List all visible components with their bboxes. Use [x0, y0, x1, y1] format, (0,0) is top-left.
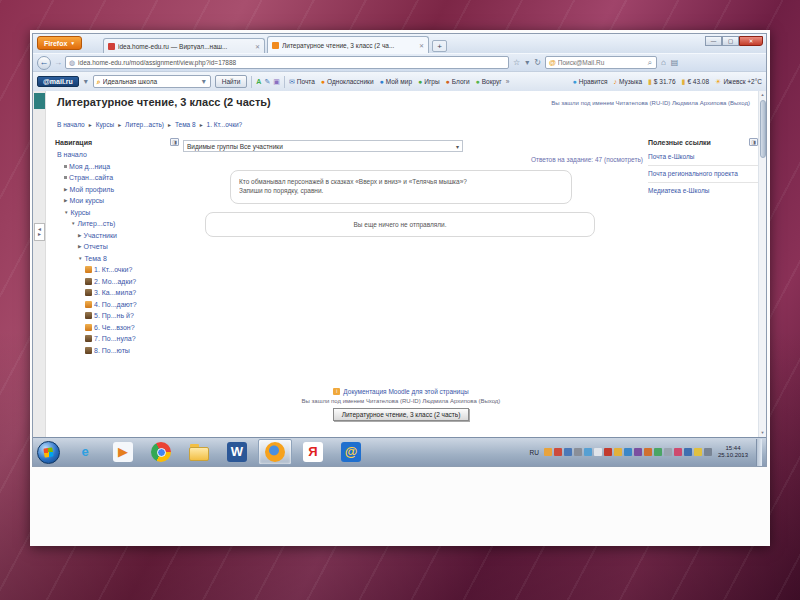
sidebar-item[interactable]: ▼Тема 8 — [55, 253, 179, 265]
sidebar-item[interactable]: 5. Пр...нь й? — [55, 310, 179, 322]
taskbar-app-yandex-icon[interactable]: Я — [296, 439, 330, 465]
sidebar-item[interactable]: 2. Мо...адки? — [55, 276, 179, 288]
sidebar-item[interactable]: ▶Участники — [55, 230, 179, 242]
toolbar-link[interactable]: ●Нравится — [573, 78, 608, 85]
login-info-top[interactable]: Вы зашли под именем Читателова (RU-ID) Л… — [551, 100, 750, 106]
toolbar-link[interactable]: ●Одноклассники — [321, 78, 374, 86]
taskbar-clock[interactable]: 15:44 25.10.2013 — [714, 445, 752, 459]
useful-link[interactable]: Почта е-Школы — [648, 149, 758, 165]
tray-icon[interactable] — [694, 448, 702, 456]
maximize-button[interactable]: ▢ — [722, 36, 739, 46]
sidebar-item[interactable]: ▶Мои курсы — [55, 195, 179, 207]
tray-icon[interactable] — [544, 448, 552, 456]
forward-button[interactable]: → — [54, 58, 62, 67]
sidebar-item[interactable]: 4. По...дают? — [55, 299, 179, 311]
back-button[interactable]: ← — [37, 56, 51, 70]
panel-icon[interactable]: ▤ — [670, 58, 680, 67]
search-engine-icon[interactable]: @ — [549, 59, 556, 66]
tab-active[interactable]: Литературное чтение, 3 класс (2 ча... ✕ — [267, 36, 429, 53]
start-button[interactable] — [37, 441, 60, 464]
new-tab-button[interactable]: + — [432, 40, 447, 52]
taskbar-app-explorer-icon[interactable] — [182, 439, 216, 465]
magnifier-icon[interactable]: ⌕ — [646, 58, 652, 68]
useful-link[interactable]: Медиатека е-Школы — [648, 182, 758, 199]
visible-groups-select[interactable]: Видимые группы Все участники ▾ — [183, 140, 463, 152]
taskbar-app-media-player-icon[interactable]: ▶ — [106, 439, 140, 465]
tray-icon[interactable] — [624, 448, 632, 456]
taskbar-app-word-icon[interactable]: W — [220, 439, 254, 465]
block-dock-icon[interactable]: ◨ — [749, 138, 758, 146]
tray-icon[interactable] — [634, 448, 642, 456]
bookmark-star-icon[interactable]: ☆ — [512, 58, 521, 67]
scroll-up-icon[interactable]: ▲ — [759, 91, 766, 99]
tray-icon[interactable] — [604, 448, 612, 456]
more-links-icon[interactable]: » — [506, 78, 510, 85]
breadcrumb-link[interactable]: 1. Кт...очки? — [207, 121, 243, 128]
toolbar-link[interactable]: ☀Ижевск +2°C — [715, 78, 762, 86]
tray-icon[interactable] — [584, 448, 592, 456]
taskbar-app-chrome-icon[interactable] — [144, 439, 178, 465]
tray-icon[interactable] — [674, 448, 682, 456]
mailru-search-input[interactable] — [103, 78, 199, 85]
tab-inactive[interactable]: idea.home-edu.ru — Виртуал...наш... ✕ — [103, 38, 265, 53]
browser-search-box[interactable]: @ ⌕ — [545, 56, 657, 69]
tray-icon[interactable] — [564, 448, 572, 456]
firefox-menu-button[interactable]: Firefox ▼ — [37, 36, 82, 50]
taskbar-app-internet-explorer-icon[interactable]: e — [68, 439, 102, 465]
breadcrumb-link[interactable]: В начало — [57, 121, 85, 128]
taskbar-app-firefox-icon[interactable] — [258, 439, 292, 465]
block-dock-icon[interactable]: ◨ — [170, 138, 179, 146]
show-desktop-button[interactable] — [756, 439, 762, 466]
tray-icon[interactable] — [704, 448, 712, 456]
sidebar-item[interactable]: 7. По...нула? — [55, 333, 179, 345]
toolbar-link[interactable]: ●Вокруг — [476, 78, 502, 86]
tray-icon[interactable] — [664, 448, 672, 456]
useful-link[interactable]: Почта регионального проекта — [648, 165, 758, 182]
sidebar-item[interactable]: ▶Мой профиль — [55, 184, 179, 196]
tray-icon[interactable] — [684, 448, 692, 456]
sidebar-item[interactable]: 1. Кт...очки? — [55, 264, 179, 276]
mailru-logo-caret-icon[interactable]: ▾ — [83, 77, 89, 86]
home-icon[interactable]: ⌂ — [660, 58, 667, 67]
sidebar-item[interactable]: ▶Отчеты — [55, 241, 179, 253]
page-scrollbar[interactable]: ▲ ▼ — [758, 91, 766, 437]
toolbar-link[interactable]: ●Игры — [418, 78, 440, 86]
breadcrumb-link[interactable]: Тема 8 — [175, 121, 196, 128]
login-info-bottom[interactable]: Вы зашли под именем Читателова (RU-ID) Л… — [123, 398, 679, 404]
pencil-icon[interactable]: ✎ — [264, 78, 270, 86]
bookmark-dropdown-icon[interactable]: ▾ — [524, 58, 530, 67]
sidebar-item[interactable]: ▼Литер...сть) — [55, 218, 179, 230]
minimize-button[interactable]: — — [705, 36, 722, 46]
sidebar-item[interactable]: 6. Че...взон? — [55, 322, 179, 334]
toolbar-link[interactable]: ✉Почта — [289, 78, 315, 86]
tray-icon[interactable] — [574, 448, 582, 456]
translate-icon[interactable]: А — [256, 78, 261, 86]
language-indicator[interactable]: RU — [527, 449, 542, 456]
scrollbar-thumb[interactable] — [760, 100, 766, 158]
dock-expander[interactable]: ◄ ► — [34, 223, 45, 241]
toolbar-link[interactable]: ●Мой мир — [380, 78, 413, 86]
tray-icon[interactable] — [554, 448, 562, 456]
toolbar-link[interactable]: ▮€ 43.08 — [682, 78, 710, 86]
mailru-search-box[interactable]: ⌕ ▾ — [93, 75, 211, 88]
toolbar-link[interactable]: ▮$ 31.76 — [648, 78, 676, 86]
mailru-search-caret-icon[interactable]: ▾ — [201, 77, 207, 86]
toolbar-link[interactable]: ●Блоги — [446, 78, 470, 86]
moodle-docs-link[interactable]: Документация Moodle для этой страницы — [343, 388, 468, 395]
submissions-link[interactable]: Ответов на задание: 47 (посмотреть) — [423, 156, 643, 163]
scroll-down-icon[interactable]: ▼ — [759, 429, 766, 437]
tray-icon[interactable] — [654, 448, 662, 456]
tray-icon[interactable] — [614, 448, 622, 456]
sidebar-item[interactable]: 3. Ка...мила? — [55, 287, 179, 299]
sidebar-item[interactable]: В начало — [55, 149, 179, 161]
sidebar-item[interactable]: 8. По...юты — [55, 345, 179, 357]
course-home-button[interactable]: Литературное чтение, 3 класс (2 часть) — [333, 408, 470, 421]
search-input[interactable] — [558, 59, 645, 66]
taskbar-app-mailru-agent-icon[interactable]: @ — [334, 439, 368, 465]
sidebar-item[interactable]: ▼Курсы — [55, 207, 179, 219]
breadcrumb-link[interactable]: Курсы — [96, 121, 115, 128]
toolbar-link[interactable]: ♪Музыка — [614, 78, 643, 85]
sidebar-item[interactable]: Стран...сайта — [55, 172, 179, 184]
close-button[interactable]: ✕ — [739, 36, 763, 46]
sidebar-item[interactable]: Моя д...ница — [55, 161, 179, 173]
